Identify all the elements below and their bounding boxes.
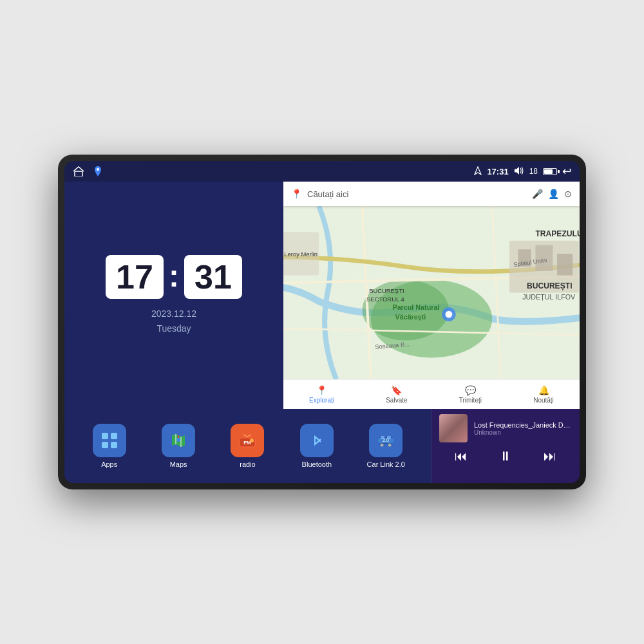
music-player: Lost Frequencies_Janieck Devy-... Unknow…: [431, 409, 580, 483]
map-search-bar[interactable]: 📍 Căutați aici 🎤 👤 ⊙: [283, 182, 580, 206]
back-icon[interactable]: ↩: [562, 164, 572, 178]
app-item-apps[interactable]: Apps: [90, 424, 129, 468]
app-item-bluetooth[interactable]: Bluetooth: [298, 424, 336, 468]
svg-point-49: [381, 444, 384, 447]
app-item-maps[interactable]: Maps: [159, 424, 198, 468]
status-bar: 17:31 18 ↩: [64, 161, 580, 182]
svg-text:Văcărești: Văcărești: [395, 313, 426, 321]
bottom-section: Apps Maps: [64, 409, 580, 483]
map-saved-icon: 🔖: [391, 385, 402, 395]
map-bottom-bar: 📍 Explorați 🔖 Salvate 💬 Trimiteți �: [283, 379, 580, 409]
svg-text:TRAPEZULUI: TRAPEZULUI: [535, 229, 580, 238]
apps-area: Apps Maps: [64, 409, 431, 483]
radio-label: radio: [240, 460, 255, 468]
music-controls: ⏮ ⏸ ⏭: [439, 446, 572, 466]
svg-rect-37: [111, 433, 117, 439]
status-time: 17:31: [487, 167, 508, 176]
home-icon[interactable]: [72, 165, 85, 178]
svg-text:2.0: 2.0: [383, 438, 389, 442]
map-widget[interactable]: 📍 Căutați aici 🎤 👤 ⊙: [283, 182, 580, 409]
map-body[interactable]: TRAPEZULUI BUCUREȘTI JUDEȚUL ILFOV BERCE…: [283, 206, 580, 379]
svg-rect-0: [75, 171, 82, 176]
clock-date: 2023.12.12 Tuesday: [151, 307, 196, 336]
svg-point-50: [388, 444, 392, 447]
volume-icon[interactable]: [514, 166, 524, 177]
music-play-pause-button[interactable]: ⏸: [494, 446, 517, 466]
svg-rect-38: [102, 442, 108, 448]
clock-hours: 17: [106, 255, 164, 299]
svg-rect-36: [102, 433, 108, 439]
radio-icon: FM: [231, 424, 264, 457]
clock-colon: :: [169, 258, 179, 294]
map-search-pin-icon: 📍: [291, 189, 302, 199]
apps-label: Apps: [101, 460, 117, 468]
battery-level: 18: [529, 167, 538, 176]
music-text: Lost Frequencies_Janieck Devy-... Unknow…: [474, 421, 572, 436]
map-news-icon: 🔔: [538, 385, 549, 395]
status-left-icons: [72, 165, 104, 178]
map-nav-explorare[interactable]: 📍 Explorați: [309, 385, 334, 404]
map-search-input[interactable]: Căutați aici: [307, 189, 527, 199]
carlink-label: Car Link 2.0: [367, 460, 405, 468]
map-nav-trimiteti-label: Trimiteți: [459, 397, 482, 404]
map-nav-noutati-label: Noutăți: [533, 397, 554, 404]
svg-point-29: [446, 311, 453, 318]
album-art: [439, 414, 468, 442]
apps-icon: [93, 424, 126, 457]
map-search-right-icons: 🎤 👤 ⊙: [532, 189, 572, 199]
music-info: Lost Frequencies_Janieck Devy-... Unknow…: [439, 414, 572, 442]
music-artist: Unknown: [474, 429, 572, 436]
clock-minutes: 31: [184, 255, 242, 299]
map-account-icon[interactable]: 👤: [548, 189, 559, 199]
map-explore-icon: 📍: [316, 385, 327, 395]
carlink-icon: 2.0: [369, 424, 402, 457]
svg-point-40: [176, 438, 180, 442]
music-next-button[interactable]: ⏭: [538, 446, 562, 466]
map-nav-salvate[interactable]: 🔖 Salvate: [386, 385, 407, 404]
svg-text:BUCUREȘTI: BUCUREȘTI: [369, 287, 404, 294]
map-nav-explorare-label: Explorați: [309, 397, 334, 404]
map-nav-trimiteti[interactable]: 💬 Trimiteți: [459, 385, 482, 404]
bluetooth-icon: [300, 424, 334, 457]
nav-signal-icon: [474, 166, 482, 177]
app-item-carlink[interactable]: 2.0 Car Link 2.0: [366, 424, 405, 468]
map-send-icon: 💬: [465, 385, 476, 395]
svg-text:SECTORUL 4: SECTORUL 4: [366, 296, 404, 303]
location-icon[interactable]: [91, 165, 104, 178]
svg-point-44: [308, 432, 325, 449]
svg-text:Parcul Natural: Parcul Natural: [392, 303, 439, 311]
svg-rect-12: [557, 254, 573, 276]
map-nav-noutati[interactable]: 🔔 Noutăți: [533, 385, 554, 404]
svg-text:BUCUREȘTI: BUCUREȘTI: [527, 281, 573, 290]
maps-icon: [162, 424, 195, 457]
svg-text:JUDEȚUL ILFOV: JUDEȚUL ILFOV: [522, 293, 576, 301]
main-content: 17 : 31 2023.12.12 Tuesday 📍 Căutați aic…: [64, 182, 580, 483]
map-mic-icon[interactable]: 🎤: [532, 189, 543, 199]
svg-point-43: [250, 439, 254, 442]
screen: 17:31 18 ↩: [64, 161, 580, 483]
music-prev-button[interactable]: ⏮: [450, 446, 473, 466]
maps-label: Maps: [170, 460, 187, 468]
car-head-unit: 17:31 18 ↩: [58, 155, 586, 489]
album-art-image: [439, 414, 468, 442]
svg-rect-39: [111, 442, 117, 448]
svg-point-1: [97, 168, 99, 171]
app-item-radio[interactable]: FM radio: [228, 424, 267, 468]
music-title: Lost Frequencies_Janieck Devy-...: [474, 421, 572, 429]
bluetooth-label: Bluetooth: [302, 460, 332, 468]
clock-widget: 17 : 31 2023.12.12 Tuesday: [64, 182, 283, 409]
status-right-icons: 17:31 18 ↩: [474, 164, 572, 178]
top-section: 17 : 31 2023.12.12 Tuesday 📍 Căutați aic…: [64, 182, 580, 409]
battery-icon: [543, 168, 557, 175]
svg-text:Leroy Merlin: Leroy Merlin: [284, 251, 317, 258]
clock-display: 17 : 31: [106, 255, 242, 299]
map-nav-salvate-label: Salvate: [386, 397, 407, 404]
map-layers-icon[interactable]: ⊙: [564, 189, 572, 199]
